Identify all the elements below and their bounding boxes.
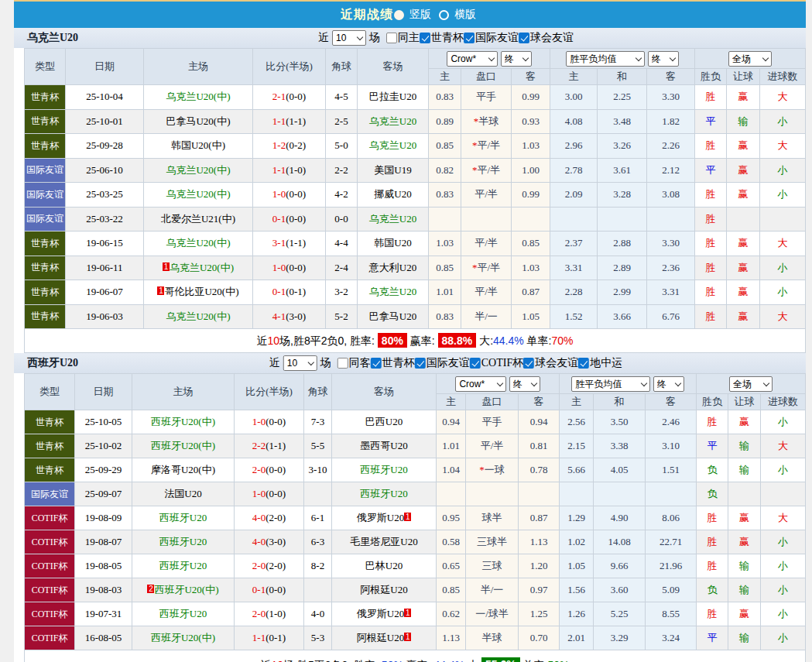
mean-home-odds [560, 482, 594, 506]
home-team-name: 巴拿马U20(中) [166, 115, 230, 127]
mean-away-odds: 1.51 [646, 458, 697, 482]
mean-away-odds: 5.09 [646, 578, 697, 602]
result-handicap-value: 输 [739, 464, 749, 475]
live-star-icon: * [474, 115, 479, 127]
score-cell: 1-0(0-0) [253, 183, 326, 208]
column-header-客场: 客场 [332, 374, 437, 410]
half-time-score: (0-0) [286, 262, 306, 273]
checked-checkbox-icon[interactable] [420, 33, 430, 43]
handicap: 平手 [461, 85, 512, 110]
result-handicap-value: 赢 [738, 164, 749, 176]
result-handicap-value: 赢 [738, 188, 749, 200]
home-team-name: 西班牙U20(中) [151, 440, 215, 451]
home-team-cell: 西班牙U20(中) [132, 434, 235, 458]
column-header-主场: 主场 [132, 374, 235, 410]
match-row: COTIF杯19-08-09西班牙U204-0(2-0)6-1俄罗斯U2010.… [25, 506, 806, 530]
home-odds [429, 207, 461, 232]
mean-odds-select[interactable]: 胜平负均值 [571, 376, 650, 392]
checked-checkbox-icon[interactable] [523, 358, 534, 369]
mean-draw-odds: 9.66 [594, 554, 646, 578]
summary-text: 赢率: [403, 658, 434, 662]
away-team-name: 乌克兰U20 [369, 139, 416, 151]
odds-time-select[interactable]: 终 [501, 51, 532, 67]
vertical-layout-label[interactable]: 竖版 [409, 8, 431, 22]
recent-count-select[interactable]: 10 [283, 355, 317, 371]
away-team-cell: 巴林U20 [332, 554, 437, 578]
recent-count-select[interactable]: 10 [332, 30, 366, 46]
mean-draw-odds: 3.28 [598, 183, 647, 208]
checked-checkbox-icon[interactable] [578, 358, 589, 369]
filter-checkbox-国际友谊[interactable]: 国际友谊 [464, 31, 519, 45]
filter-checkbox-国际友谊[interactable]: 国际友谊 [415, 356, 470, 370]
filter-checkbox-同主[interactable]: 同主 [386, 31, 420, 45]
match-scope-select[interactable]: 全场 [729, 376, 773, 392]
mean-time-select[interactable]: 终 [648, 51, 679, 67]
vertical-layout-radio[interactable] [394, 10, 404, 20]
recent-count: 10 [332, 30, 366, 46]
odds-source-select[interactable]: Crow* [447, 51, 498, 67]
subcolumn-header-让球: 让球 [727, 69, 760, 85]
page-header-bar: 近期战绩 竖版 横版 [14, 2, 806, 28]
summary-value: 44.4% [434, 658, 465, 662]
result-outcome: 胜 [695, 85, 727, 110]
filter-checkbox-世青杯[interactable]: 世青杯 [420, 31, 464, 45]
horizontal-layout-label[interactable]: 横版 [454, 8, 476, 22]
result-outcome: 胜 [695, 256, 727, 280]
corner-count: 4-2 [326, 183, 358, 208]
result-goals: 小 [760, 256, 806, 280]
handicap: 半/一 [461, 304, 512, 329]
filter-checkbox-球会友谊[interactable]: 球会友谊 [523, 356, 578, 370]
handicap: 平/半 [461, 280, 512, 305]
result-goals: 小 [761, 458, 806, 482]
score-cell: 4-0(2-0) [235, 506, 304, 530]
home-odds: 0.85 [437, 578, 466, 602]
horizontal-layout-radio[interactable] [439, 10, 449, 20]
filter-checkbox-同客[interactable]: 同客 [337, 356, 371, 370]
away-odds [512, 207, 550, 232]
checked-checkbox-icon[interactable] [470, 358, 481, 369]
filter-checkbox-COTIF杯[interactable]: COTIF杯 [470, 356, 523, 370]
mean-draw-odds: 4.05 [594, 458, 646, 482]
corner-count: 2-5 [326, 109, 358, 134]
half-time-score: (2-0) [266, 512, 286, 523]
full-time-score: 0-1 [272, 213, 286, 225]
column-header-比分(半场): 比分(半场) [235, 374, 304, 410]
mean-odds-select[interactable]: 胜平负均值 [566, 51, 645, 67]
summary-cell: 近10场,胜8平2负0, 胜率: 80% 赢率: 88.8% 大:44.4% 单… [25, 329, 806, 353]
half-time-score: (1-1) [266, 440, 286, 451]
filter-checkbox-地中运[interactable]: 地中运 [578, 356, 622, 370]
odds-time-select[interactable]: 终 [509, 376, 540, 392]
odds-source-select[interactable]: Crow* [455, 376, 506, 392]
mean-time: 终 [648, 51, 679, 67]
match-scope-select[interactable]: 全场 [728, 51, 772, 67]
summary-text: 近 [256, 334, 267, 347]
result-outcome-value: 胜 [706, 310, 716, 322]
checked-checkbox-icon[interactable] [464, 33, 475, 43]
filter-checkbox-世青杯[interactable]: 世青杯 [371, 356, 415, 370]
full-time-score: 1-1 [272, 164, 286, 176]
home-odds: 1.01 [429, 280, 461, 305]
mean-time-select[interactable]: 终 [653, 376, 684, 392]
match-date: 19-06-03 [66, 304, 144, 329]
score-cell: 0-1(0-0) [235, 578, 304, 602]
checked-checkbox-icon[interactable] [519, 33, 529, 43]
result-outcome-value: 胜 [706, 213, 716, 225]
filter-checkbox-球会友谊[interactable]: 球会友谊 [519, 31, 574, 45]
mean-draw-odds: 3.60 [594, 578, 646, 602]
odds-time: 终 [501, 51, 532, 67]
away-odds: 0.99 [512, 183, 550, 208]
result-goals-value: 大 [778, 139, 788, 151]
full-time-score: 0-1 [272, 286, 286, 297]
checked-checkbox-icon[interactable] [415, 358, 426, 369]
away-team-name: 韩国U20 [374, 237, 411, 249]
summary-text: 赢率: [407, 334, 438, 347]
mean-home-odds: 2.28 [550, 280, 598, 305]
result-handicap-value: 赢 [738, 91, 749, 102]
odds-source-group-header: Crow* 终 [437, 374, 560, 394]
unchecked-checkbox-icon[interactable] [386, 33, 397, 43]
checked-checkbox-icon[interactable] [371, 358, 382, 369]
mean-odds-group-header: 胜平负均值 终 [550, 49, 695, 69]
unchecked-checkbox-icon[interactable] [337, 358, 348, 369]
away-team-cell: 巴拿马U20 [358, 304, 429, 329]
score-cell: 2-0(1-0) [235, 602, 304, 626]
